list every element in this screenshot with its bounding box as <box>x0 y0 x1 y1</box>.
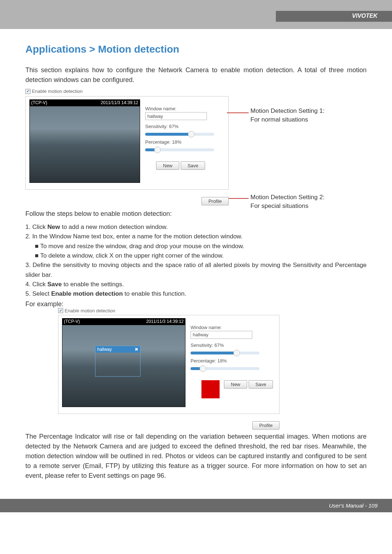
step-2a: ■ To move and resize the window, drag an… <box>25 242 367 251</box>
window-name-input-1[interactable] <box>145 112 207 120</box>
steps-list: 1. Click New to add a new motion detecti… <box>25 222 367 299</box>
annotation-1: Motion Detection Setting 1: For normal s… <box>250 107 324 124</box>
enable-row-2: ✔ Enable motion detection <box>58 308 367 313</box>
step-1: 1. Click New to add a new motion detecti… <box>25 222 367 232</box>
save-button-2[interactable]: Save <box>249 380 273 389</box>
window-name-label-2: Window name: <box>191 325 275 330</box>
video-preview-2: (TCP-V) 2011/11/3 14:39:12 hallway ✖ <box>62 318 185 407</box>
percentage-slider-2[interactable] <box>191 367 260 370</box>
sensitivity-label-1: Sensitivity: 67% <box>145 124 225 129</box>
brand-text: VIVOTEK <box>352 13 377 19</box>
annotation-2-line2: For special situations <box>250 202 309 209</box>
save-button-1[interactable]: Save <box>181 161 205 170</box>
percentage-label-2: Percentage: 18% <box>191 358 275 364</box>
step-3: 3. Define the sensitivity to moving obje… <box>25 260 367 280</box>
annotation-2: Motion Detection Setting 2: For special … <box>250 193 324 210</box>
settings-panel-2: (TCP-V) 2011/11/3 14:39:12 hallway ✖ Win… <box>58 315 279 414</box>
enable-checkbox-2[interactable]: ✔ <box>58 308 63 313</box>
annotation-1-line2: For normal situations <box>250 116 308 123</box>
timestamp-1: 2011/11/3 14:39:12 <box>101 100 138 106</box>
enable-checkbox-1[interactable]: ✔ <box>25 89 30 94</box>
step-5: 5. Select Enable motion detection to ena… <box>25 289 367 299</box>
settings-panel-1: (TCP-V) 2011/11/3 14:39:12 Window name: … <box>25 96 229 190</box>
steps-intro: Follow the steps below to enable motion … <box>25 209 367 219</box>
enable-label-2: Enable motion detection <box>65 308 115 313</box>
sensitivity-label-2: Sensitivity: 67% <box>191 342 275 348</box>
annotation-line-1 <box>227 112 249 113</box>
window-name-label-1: Window name: <box>145 106 225 111</box>
panel1-wrap: ✔ Enable motion detection (TCP-V) 2011/1… <box>25 89 367 205</box>
page-footer: User's Manual - 109 <box>0 499 392 512</box>
footer-text: User's Manual - 109 <box>329 502 377 509</box>
profile-row-1: Profile <box>25 197 229 205</box>
window-name-input-2[interactable] <box>191 331 252 339</box>
annotation-1-line1: Motion Detection Setting 1: <box>250 107 324 114</box>
percentage-indicator <box>201 380 220 398</box>
stream-name-1: (TCP-V) <box>31 100 47 106</box>
page-title: Applications > Motion detection <box>25 44 367 55</box>
brand-band: VIVOTEK <box>276 11 392 22</box>
percentage-slider-1[interactable] <box>145 148 214 151</box>
motion-window-label: hallway <box>97 347 112 352</box>
percentage-label-1: Percentage: 18% <box>145 139 225 145</box>
annotation-line-2 <box>229 198 249 199</box>
stream-name-2: (TCP-V) <box>64 319 80 325</box>
page-header: VIVOTEK <box>0 0 392 29</box>
profile-row-2: Profile <box>25 421 279 430</box>
new-button-1[interactable]: New <box>156 161 179 170</box>
enable-row-1: ✔ Enable motion detection <box>25 89 367 94</box>
annotation-2-line1: Motion Detection Setting 2: <box>250 194 324 201</box>
motion-window[interactable]: hallway ✖ <box>95 346 140 377</box>
new-button-2[interactable]: New <box>224 380 247 389</box>
close-icon[interactable]: ✖ <box>135 347 138 352</box>
sensitivity-slider-2[interactable] <box>191 352 260 354</box>
video-preview-1: (TCP-V) 2011/11/3 14:39:12 <box>29 99 140 183</box>
profile-button-1[interactable]: Profile <box>201 197 229 205</box>
timestamp-2: 2011/11/3 14:39:12 <box>146 319 184 325</box>
step-2: 2. In the Window Name text box, enter a … <box>25 232 367 241</box>
intro-text: This section explains how to configure t… <box>25 65 367 85</box>
closing-text: The Percentage Indicator will rise or fa… <box>25 432 367 481</box>
controls-2: Window name: Sensitivity: 67% Percentage… <box>191 318 275 407</box>
step-2b: ■ To delete a window, click X on the upp… <box>25 251 367 260</box>
enable-label-1: Enable motion detection <box>32 89 82 94</box>
panel2-wrap: ✔ Enable motion detection (TCP-V) 2011/1… <box>25 308 367 430</box>
controls-1: Window name: Sensitivity: 67% Percentage… <box>145 99 225 183</box>
sensitivity-slider-1[interactable] <box>145 133 214 136</box>
for-example-label: For example: <box>25 300 367 308</box>
profile-button-2[interactable]: Profile <box>252 421 279 430</box>
step-4: 4. Click Save to enable the settings. <box>25 280 367 289</box>
